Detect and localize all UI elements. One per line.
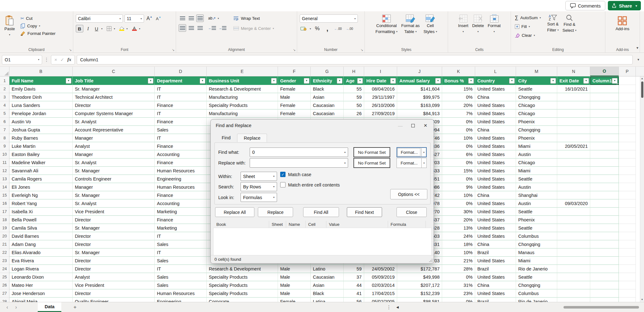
- cell-hd[interactable]: 29/11/1997: [364, 93, 397, 101]
- cell-e[interactable]: Latino: [311, 265, 344, 273]
- cell-bon[interactable]: 0%: [442, 118, 475, 126]
- cell-job[interactable]: Analyst: [73, 273, 155, 281]
- cell-ex[interactable]: [557, 257, 590, 265]
- cell-bon[interactable]: 10%: [442, 248, 475, 257]
- cell-dept[interactable]: Human Resources: [155, 289, 207, 298]
- cell-sal[interactable]: $172,787: [397, 265, 442, 273]
- name-box-splitter[interactable]: ⋮: [44, 57, 49, 63]
- cell-e[interactable]: Black: [311, 85, 344, 93]
- cell-co[interactable]: United States: [475, 175, 516, 183]
- number-dialog-launcher[interactable]: ↘: [361, 48, 363, 52]
- cell-bon[interactable]: 24%: [442, 232, 475, 240]
- cell-g[interactable]: Male: [278, 281, 311, 289]
- cell-ex[interactable]: 16/10/2021: [557, 85, 590, 93]
- format-as-table-button[interactable]: Format as Table▾: [399, 14, 422, 35]
- replace-format-button[interactable]: Format...▾: [397, 158, 427, 168]
- cell-co[interactable]: China: [475, 126, 516, 134]
- cell-o[interactable]: [590, 191, 619, 199]
- new-sheet-button[interactable]: +: [71, 304, 78, 311]
- cell-ex[interactable]: [557, 150, 590, 159]
- cell-job[interactable]: Computer Systems Manager: [73, 109, 155, 118]
- column-header-G[interactable]: G: [311, 67, 344, 76]
- cell-ex[interactable]: [557, 109, 590, 118]
- cell-bon[interactable]: 0%: [442, 93, 475, 101]
- format-painter-button[interactable]: Format Painter: [19, 30, 57, 37]
- cell-ci[interactable]: Seattle: [516, 224, 557, 232]
- cell-ci[interactable]: Austin: [516, 150, 557, 159]
- insert-cells-button[interactable]: Insert ▾: [456, 14, 470, 35]
- filter-button[interactable]: ▼: [583, 78, 589, 84]
- cell-name[interactable]: Leonardo Dixon: [9, 273, 73, 281]
- cell-dept[interactable]: Finance: [155, 101, 207, 109]
- cell-hd[interactable]: 02/03/2014: [364, 281, 397, 289]
- column-header-P[interactable]: P: [619, 67, 636, 76]
- cell-ci[interactable]: Rio de Janerio: [516, 298, 557, 302]
- cell-dept[interactable]: Marketing: [155, 224, 207, 232]
- cell-dept[interactable]: Engineering: [155, 175, 207, 183]
- cell-p[interactable]: [619, 134, 636, 142]
- cell-dept[interactable]: Sales: [155, 240, 207, 248]
- cell-styles-button[interactable]: Cell Styles▾: [422, 14, 439, 35]
- row-header-18[interactable]: 18: [0, 216, 9, 224]
- header-cell-age[interactable]: Age▼: [344, 76, 364, 85]
- cell-job[interactable]: Sr. Analyst: [73, 118, 155, 126]
- cell-dept[interactable]: IT: [155, 109, 207, 118]
- cell-bu[interactable]: Speciality Products: [207, 273, 278, 281]
- row-header-19[interactable]: 19: [0, 224, 9, 232]
- row-header-7[interactable]: 7: [0, 126, 9, 134]
- cell-ci[interactable]: Seattle: [516, 273, 557, 281]
- options-button[interactable]: Options <<: [390, 189, 427, 199]
- row-header-5[interactable]: 5: [0, 109, 9, 118]
- cell-bon[interactable]: 7%: [442, 109, 475, 118]
- cell-o[interactable]: [590, 134, 619, 142]
- results-column-formula[interactable]: Formula: [388, 221, 426, 228]
- cell-p[interactable]: [619, 191, 636, 199]
- italic-button[interactable]: I: [84, 25, 92, 32]
- find-all-button[interactable]: Find All: [303, 207, 339, 217]
- cell-dept[interactable]: Accounting: [155, 150, 207, 159]
- cell-o[interactable]: [590, 150, 619, 159]
- row-header-16[interactable]: 16: [0, 199, 9, 208]
- cell-p[interactable]: [619, 126, 636, 134]
- cell-o[interactable]: [590, 109, 619, 118]
- cell-name[interactable]: Luke Martin: [9, 142, 73, 150]
- cell-bon[interactable]: 0%: [442, 273, 475, 281]
- cell-bon[interactable]: 20%: [442, 216, 475, 224]
- cell-bu[interactable]: Speciality Products: [207, 101, 278, 109]
- cell-ci[interactable]: Columbus: [516, 232, 557, 240]
- cell-co[interactable]: China: [475, 93, 516, 101]
- vertical-scrollbar[interactable]: ▲ ▼: [640, 76, 644, 302]
- cell-ci[interactable]: Rio de Janerio: [516, 265, 557, 273]
- font-size-combo[interactable]: 11▾: [125, 14, 144, 23]
- horizontal-scroll-thumb[interactable]: [564, 306, 639, 309]
- row-header-10[interactable]: 10: [0, 150, 9, 159]
- cell-ex[interactable]: [557, 93, 590, 101]
- header-cell-country[interactable]: Country▼: [475, 76, 516, 85]
- results-column-book[interactable]: Book: [214, 221, 269, 228]
- cell-g[interactable]: Male: [278, 265, 311, 273]
- number-format-combo[interactable]: General▾: [300, 14, 358, 23]
- cell-co[interactable]: United States: [475, 150, 516, 159]
- cell-bu[interactable]: Speciality Products: [207, 281, 278, 289]
- cell-ex[interactable]: [557, 265, 590, 273]
- filter-button[interactable]: ▼: [509, 78, 515, 84]
- borders-button[interactable]: [105, 25, 113, 32]
- cell-job[interactable]: Sr. Manager: [73, 85, 155, 93]
- find-next-button[interactable]: Find Next: [347, 207, 382, 217]
- cell-bu[interactable]: Speciality Products: [207, 289, 278, 298]
- cell-job[interactable]: Analyst: [73, 142, 155, 150]
- cell-o[interactable]: [590, 159, 619, 167]
- results-column-name[interactable]: Name: [286, 221, 306, 228]
- cell-g[interactable]: Female: [278, 109, 311, 118]
- column-header-O[interactable]: O: [590, 67, 619, 76]
- cell-co[interactable]: United States: [475, 257, 516, 265]
- header-cell-full-name[interactable]: Full Name▼: [9, 76, 73, 85]
- cell-name[interactable]: Austin Vo: [9, 118, 73, 126]
- search-select[interactable]: By Rows▾: [241, 182, 277, 191]
- cell-name[interactable]: Abigail Mejia: [9, 298, 73, 302]
- cell-bon[interactable]: 15%: [442, 167, 475, 175]
- cell-o[interactable]: [590, 289, 619, 298]
- filter-button[interactable]: ▼: [271, 78, 277, 84]
- row-header-13[interactable]: 13: [0, 175, 9, 183]
- cell-co[interactable]: United States: [475, 183, 516, 191]
